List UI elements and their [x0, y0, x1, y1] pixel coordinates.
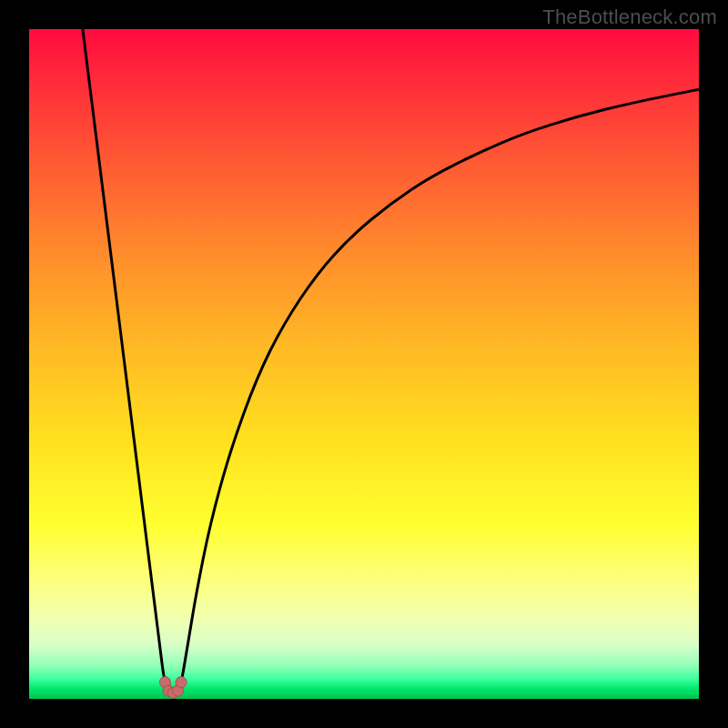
valley-markers [159, 677, 187, 699]
chart-frame: TheBottleneck.com [0, 0, 728, 728]
plot-area [29, 29, 699, 699]
bottleneck-curve-right [181, 89, 699, 682]
bottleneck-curve-left [83, 29, 166, 682]
watermark-text: TheBottleneck.com [542, 5, 717, 29]
curve-layer [29, 29, 699, 699]
valley-marker [176, 677, 187, 688]
